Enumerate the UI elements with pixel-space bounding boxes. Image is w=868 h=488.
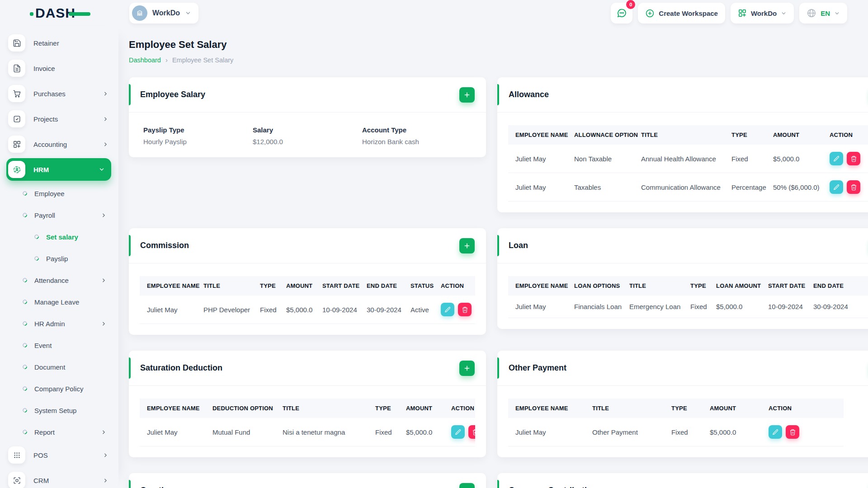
sidebar-item-report[interactable]: Report — [6, 422, 115, 442]
card-header: Allowance — [497, 77, 868, 113]
bullet-icon — [22, 320, 28, 327]
sidebar-item-system-setup[interactable]: System Setup — [6, 400, 115, 420]
language-label: EN — [821, 9, 830, 17]
card-header: Loan — [497, 228, 868, 263]
check-square-icon — [8, 110, 25, 127]
table-row: Juliet May Non Taxable Annual Health All… — [508, 145, 868, 173]
messages-count-badge: 0 — [626, 0, 635, 9]
bullet-icon — [22, 407, 28, 413]
sidebar-item-retainer[interactable]: Retainer — [6, 32, 115, 54]
table-header-row: Employee Name Loan Options Title Type Lo… — [508, 276, 868, 296]
page-title: Employee Set Salary — [129, 39, 854, 51]
saturation-deduction-table: Employee Name Deduction Option Title Typ… — [140, 399, 475, 446]
app-switcher-label: WorkDo — [751, 9, 777, 17]
breadcrumb-dashboard-link[interactable]: Dashboard — [129, 56, 161, 64]
breadcrumb-separator-icon: › — [165, 56, 168, 64]
sidebar-item-manage-leave[interactable]: Manage Leave — [6, 292, 115, 312]
trash-icon — [850, 155, 857, 162]
sidebar-item-pos[interactable]: POS — [6, 444, 115, 466]
sidebar-item-hr-admin[interactable]: HR Admin — [6, 314, 115, 333]
chevron-right-icon — [103, 452, 108, 458]
plus-circle-icon — [645, 9, 655, 18]
card-body: Employee Name Title Type Amount Start Da… — [129, 263, 486, 335]
sidebar-item-hrm[interactable]: HRM — [6, 158, 111, 181]
chevron-right-icon — [103, 141, 108, 147]
delete-button[interactable] — [786, 425, 799, 439]
table-container: Employee Name Allownace Option Title Typ… — [508, 125, 868, 202]
topbar-actions: 0 Create Workspace WorkDo EN — [611, 3, 847, 23]
card-title: Other Payment — [509, 363, 566, 373]
delete-button[interactable] — [468, 425, 475, 439]
other-payment-table: Employee Name Title Type Amount Action J… — [508, 399, 844, 446]
trash-icon — [472, 429, 476, 436]
sidebar-item-purchases[interactable]: Purchases — [6, 82, 115, 105]
edit-button[interactable] — [451, 425, 465, 439]
workspace-switcher[interactable]: WorkDo — [129, 3, 198, 23]
sidebar-item-invoice[interactable]: Invoice — [6, 57, 115, 80]
table-container: Employee Name Loan Options Title Type Lo… — [508, 276, 868, 318]
bullet-icon — [22, 277, 28, 283]
app-switcher-button[interactable]: WorkDo — [731, 3, 794, 23]
add-saturation-deduction-button[interactable] — [459, 361, 475, 376]
edit-button[interactable] — [830, 152, 843, 165]
cart-icon — [8, 85, 25, 102]
workspace-name: WorkDo — [152, 9, 180, 17]
add-overtime-button[interactable] — [459, 483, 475, 488]
add-employee-salary-button[interactable] — [459, 87, 475, 103]
language-button[interactable]: EN — [799, 3, 847, 23]
sidebar-item-employee[interactable]: Employee — [6, 183, 115, 203]
building-icon — [136, 9, 144, 17]
breadcrumb: Dashboard › Employee Set Salary — [129, 56, 854, 64]
chevron-down-icon — [834, 10, 840, 16]
allowance-table: Employee Name Allownace Option Title Typ… — [508, 125, 868, 202]
card-other-payment: Other Payment Employee Name Title Type A… — [497, 351, 868, 457]
sidebar-item-projects[interactable]: Projects — [6, 108, 115, 130]
sidebar-item-company-policy[interactable]: Company Policy — [6, 379, 115, 399]
commission-table: Employee Name Title Type Amount Start Da… — [140, 276, 475, 324]
chat-bubble-icon — [616, 8, 627, 19]
edit-button[interactable] — [769, 425, 782, 439]
pencil-icon — [772, 429, 779, 436]
chevron-right-icon — [101, 429, 107, 435]
delete-button[interactable] — [458, 303, 472, 316]
card-header: Employee Salary — [129, 77, 486, 113]
hrm-icon — [8, 161, 25, 178]
chevron-down-icon — [99, 166, 105, 173]
edit-button[interactable] — [830, 180, 843, 194]
sidebar-item-payroll[interactable]: Payroll — [6, 205, 115, 225]
grid-plus-icon — [8, 136, 25, 153]
card-header: Company Contribution — [497, 473, 868, 488]
topbar: DASH WorkDo 0 Create Workspace WorkDo EN — [0, 0, 868, 26]
plus-icon — [463, 365, 471, 372]
invoice-icon — [8, 60, 25, 77]
bullet-icon — [22, 385, 28, 392]
table-container: Employee Name Title Type Amount Start Da… — [140, 276, 475, 324]
main-content: Employee Set Salary Dashboard › Employee… — [118, 26, 868, 488]
breadcrumb-current: Employee Set Salary — [172, 56, 233, 64]
sidebar-item-set-salary[interactable]: Set salary — [6, 227, 115, 247]
delete-button[interactable] — [847, 180, 860, 194]
card-header: Saturation Deduction — [129, 351, 486, 386]
delete-button[interactable] — [847, 152, 860, 165]
sidebar-item-attendance[interactable]: Attendance — [6, 270, 115, 290]
bullet-icon — [22, 429, 28, 435]
card-body: Employee Name Deduction Option Title Typ… — [129, 386, 486, 457]
card-saturation-deduction: Saturation Deduction Employee Name Deduc… — [129, 351, 486, 457]
bullet-icon — [33, 255, 40, 262]
sidebar-item-payslip[interactable]: Payslip — [6, 249, 115, 268]
table-header-row: Employee Name Title Type Amount Action — [508, 399, 844, 418]
card-body: Employee Name Title Type Amount Action J… — [497, 386, 868, 457]
pos-grid-icon — [8, 446, 25, 464]
card-header: Other Payment — [497, 351, 868, 386]
chevron-down-icon — [781, 10, 787, 16]
logo-dot-accent — [30, 12, 33, 16]
card-title: Overtime — [140, 486, 175, 488]
sidebar-item-crm[interactable]: CRM — [6, 469, 115, 488]
sidebar-item-event[interactable]: Event — [6, 335, 115, 355]
messages-button[interactable]: 0 — [611, 3, 632, 23]
sidebar-item-accounting[interactable]: Accounting — [6, 133, 115, 155]
create-workspace-button[interactable]: Create Workspace — [638, 3, 725, 23]
sidebar-item-document[interactable]: Document — [6, 357, 115, 377]
add-commission-button[interactable] — [459, 238, 475, 253]
edit-button[interactable] — [441, 303, 454, 316]
